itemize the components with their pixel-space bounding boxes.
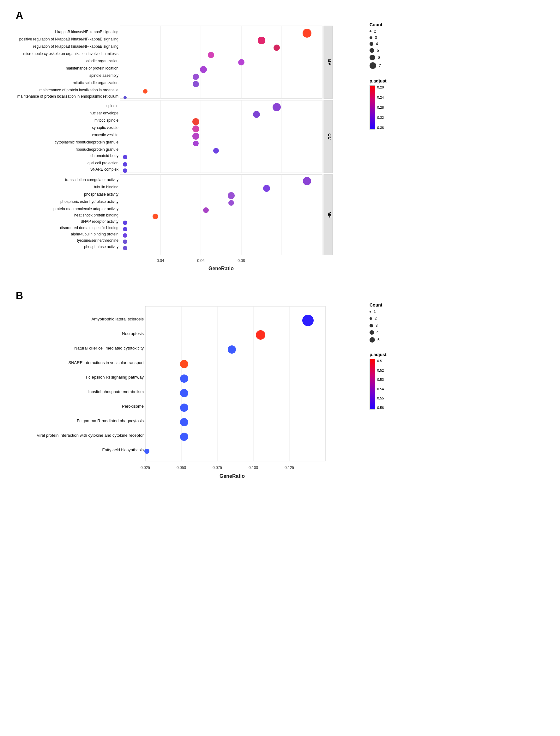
svg-point-117 (180, 433, 188, 441)
svg-text:spindle: spindle (106, 104, 118, 108)
count-legend-title-a: Count (370, 22, 387, 27)
count-legend-a: Count 2 3 4 5 (370, 22, 387, 69)
svg-point-58 (192, 118, 199, 125)
svg-text:GeneRatio: GeneRatio (220, 474, 245, 479)
svg-text:CC: CC (327, 133, 332, 140)
svg-point-77 (303, 177, 311, 185)
svg-point-56 (273, 103, 281, 111)
svg-text:0.06: 0.06 (197, 258, 205, 263)
svg-text:mitotic spindle: mitotic spindle (94, 118, 118, 123)
svg-text:chromatoid body: chromatoid body (90, 154, 118, 158)
svg-text:Viral protein interaction with: Viral protein interaction with cytokine … (37, 433, 144, 438)
svg-text:maintenance of protein localiz: maintenance of protein localization in o… (39, 88, 118, 92)
svg-point-109 (302, 315, 314, 326)
svg-text:Fc gamma R-mediated phagocytos: Fc gamma R-mediated phagocytosis (77, 419, 144, 423)
svg-rect-3 (120, 174, 322, 255)
svg-text:Inositol phosphate metabolism: Inositol phosphate metabolism (88, 389, 144, 394)
svg-text:spindle assembly: spindle assembly (89, 73, 118, 78)
panel-a: A BP (13, 9, 547, 274)
count-legend-item-b: 3 (370, 323, 387, 328)
svg-text:0.075: 0.075 (213, 466, 222, 470)
svg-text:synaptic vesicle: synaptic vesicle (92, 125, 118, 130)
svg-text:Natural killer cell mediated c: Natural killer cell mediated cytotoxicit… (74, 346, 144, 350)
count-legend-item: 2 (370, 29, 387, 33)
svg-rect-88 (145, 306, 325, 461)
svg-text:0.100: 0.100 (249, 466, 258, 470)
svg-text:Necroptosis: Necroptosis (122, 331, 144, 336)
svg-point-82 (153, 214, 158, 219)
count-legend-title-b: Count (370, 302, 387, 307)
count-legend-item-b: 2 (370, 316, 387, 321)
svg-text:disordered domain specific bin: disordered domain specific binding (60, 226, 118, 230)
figure-container: A BP (0, 0, 560, 491)
svg-point-118 (144, 449, 149, 454)
svg-point-38 (274, 45, 280, 51)
svg-point-79 (228, 192, 235, 199)
svg-text:positive regulation of I-kappa: positive regulation of I-kappaB kinase/N… (19, 37, 118, 41)
svg-rect-2 (120, 100, 322, 173)
dot-plot-a: BP CC MF (13, 24, 360, 274)
svg-point-63 (123, 155, 127, 159)
svg-text:MF: MF (327, 211, 332, 218)
svg-text:I-kappaB kinase/NF-kappaB sign: I-kappaB kinase/NF-kappaB signaling (55, 30, 118, 34)
svg-text:GeneRatio: GeneRatio (208, 266, 234, 271)
count-legend-item: 4 (370, 42, 387, 46)
color-legend-b: p.adjust 0.51 0.52 0.53 0.54 0.55 0.56 (370, 352, 387, 410)
svg-text:phosphoric ester hydrolase act: phosphoric ester hydrolase activity (60, 199, 118, 204)
svg-point-87 (123, 246, 127, 250)
svg-text:glial cell projection: glial cell projection (87, 161, 118, 165)
svg-text:0.050: 0.050 (177, 466, 186, 470)
count-legend-item: 5 (370, 48, 387, 53)
svg-text:alpha-tubulin binding protein: alpha-tubulin binding protein (71, 232, 118, 236)
svg-point-64 (123, 162, 127, 166)
svg-text:heat shock protein binding: heat shock protein binding (74, 213, 118, 217)
svg-text:protein-macromolecule adaptor : protein-macromolecule adaptor activity (53, 207, 118, 211)
svg-text:0.08: 0.08 (238, 258, 245, 263)
svg-point-40 (238, 59, 244, 65)
svg-point-113 (180, 375, 188, 383)
svg-text:mitotic spindle organization: mitotic spindle organization (73, 81, 118, 85)
svg-point-110 (256, 330, 265, 340)
svg-point-85 (123, 233, 127, 238)
svg-text:tubulin binding: tubulin binding (94, 185, 118, 189)
svg-point-86 (123, 239, 127, 244)
svg-point-59 (192, 125, 199, 132)
svg-rect-1 (120, 26, 322, 99)
svg-text:tyrosine/serine/threonine: tyrosine/serine/threonine (77, 238, 119, 243)
svg-text:SNARE interactions in vesicula: SNARE interactions in vesicular transpor… (69, 360, 144, 365)
legend-a: Count 2 3 4 5 (370, 22, 387, 130)
svg-text:SNARE complex: SNARE complex (90, 167, 118, 172)
svg-text:Fatty acid biosynthesis: Fatty acid biosynthesis (102, 448, 144, 452)
count-legend-item: 3 (370, 35, 387, 40)
svg-point-116 (180, 418, 188, 426)
svg-point-111 (228, 345, 236, 353)
count-legend-item-b: 5 (370, 337, 387, 342)
count-legend-b: Count 1 2 3 4 (370, 302, 387, 342)
svg-text:microtubule cytoskeleton organ: microtubule cytoskeleton organization in… (23, 51, 118, 56)
svg-text:Peroxisome: Peroxisome (122, 404, 144, 409)
svg-text:Fc epsilon RI signaling pathwa: Fc epsilon RI signaling pathway (86, 375, 144, 380)
svg-text:maintenance of protein localiz: maintenance of protein localization in e… (17, 94, 118, 99)
svg-text:0.125: 0.125 (285, 466, 294, 470)
svg-point-61 (193, 141, 199, 146)
svg-text:BP: BP (327, 59, 332, 65)
dot-plot-b: 0.025 0.050 0.075 0.100 0.125 GeneRatio … (13, 305, 360, 482)
panel-b: B 0.025 0.050 (13, 290, 547, 482)
svg-point-115 (180, 404, 188, 412)
count-legend-item: 6 (370, 55, 387, 60)
color-legend-a: p.adjust 0.20 0.24 0.28 0.32 0.36 (370, 78, 387, 130)
color-legend-title-b: p.adjust (370, 352, 387, 357)
svg-text:0.025: 0.025 (141, 466, 150, 470)
svg-point-62 (213, 148, 219, 154)
svg-text:phosphatase activity: phosphatase activity (84, 192, 118, 196)
svg-text:SNAP receptor activity: SNAP receptor activity (81, 219, 118, 224)
count-legend-item: 7 (370, 62, 387, 69)
svg-point-42 (193, 74, 199, 80)
svg-point-81 (203, 207, 209, 213)
panel-a-label: A (16, 9, 23, 21)
svg-point-39 (208, 52, 214, 58)
svg-text:phosphatase activity: phosphatase activity (84, 244, 118, 249)
svg-point-43 (193, 81, 199, 87)
svg-text:cytoplasmic ribonucleoprotein : cytoplasmic ribonucleoprotein granule (55, 140, 119, 144)
svg-point-60 (192, 133, 199, 140)
